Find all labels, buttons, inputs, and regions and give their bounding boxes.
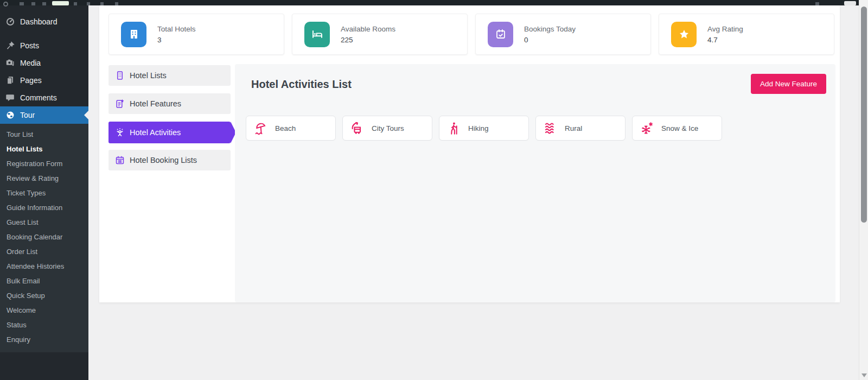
activities-row: Beach City Tours Hiking (246, 116, 722, 141)
posts-pin-icon (5, 41, 15, 50)
plugin-shortcut-icon[interactable] (74, 2, 77, 5)
submenu-item-hotel-lists[interactable]: Hotel Lists (0, 142, 88, 156)
comments-bubble-icon[interactable] (42, 2, 46, 5)
sidebar-item-label: Posts (20, 41, 39, 50)
sidebar-item-posts[interactable]: Posts (0, 37, 88, 54)
sidebar-item-pages[interactable]: Pages (0, 72, 88, 89)
media-camera-icon (5, 58, 15, 68)
plugin-tab-column: Hotel Lists Hotel Features Hotel Activit… (108, 65, 231, 178)
scrollbar-down-arrow-icon[interactable] (861, 373, 867, 377)
activity-name: City Tours (372, 124, 404, 132)
star-icon (671, 22, 697, 47)
submenu-item-welcome[interactable]: Welcome (0, 303, 88, 318)
admin-bar (0, 0, 859, 5)
sidebar-item-dashboard[interactable]: Dashboard (0, 13, 88, 30)
stat-label: Bookings Today (524, 25, 576, 33)
submenu-item-guest-list[interactable]: Guest List (0, 215, 88, 230)
celebration-icon (115, 128, 125, 137)
stat-value: 0 (524, 36, 576, 44)
sidebar-item-media[interactable]: Media (0, 54, 88, 72)
tour-submenu: Tour List Hotel Lists Registration Form … (0, 124, 88, 352)
tab-hotel-booking-lists[interactable]: Hotel Booking Lists (108, 150, 231, 170)
search-icon[interactable] (815, 2, 819, 5)
menu-separator (0, 30, 88, 37)
sidebar-item-comments[interactable]: Comments (0, 89, 88, 106)
submenu-item-bulk-email[interactable]: Bulk Email (0, 274, 88, 288)
activity-card-rural[interactable]: Rural (535, 116, 626, 141)
activity-name: Hiking (468, 124, 489, 132)
stat-label: Avg Rating (707, 25, 743, 33)
tab-hotel-lists[interactable]: Hotel Lists (108, 65, 231, 86)
pages-icon (5, 75, 15, 85)
dashboard-icon (5, 17, 15, 27)
plugin-shortcut-icon[interactable] (100, 2, 104, 5)
wp-admin-sidebar: Dashboard Posts Media Pages (0, 5, 88, 380)
account-icon[interactable] (844, 1, 856, 5)
submenu-item-order-list[interactable]: Order List (0, 244, 88, 259)
activity-name: Rural (565, 124, 582, 132)
calendar-grid-icon (115, 155, 125, 165)
submenu-item-tour-list[interactable]: Tour List (0, 127, 88, 142)
activity-card-beach[interactable]: Beach (246, 116, 336, 141)
submenu-item-quick-setup[interactable]: Quick Setup (0, 288, 88, 303)
sidebar-item-label: Dashboard (20, 17, 58, 26)
tab-hotel-activities[interactable]: Hotel Activities (108, 122, 231, 143)
add-new-feature-button[interactable]: Add New Feature (751, 74, 826, 94)
sidebar-item-tour[interactable]: Tour (0, 106, 88, 124)
stat-value: 225 (341, 36, 395, 44)
submenu-item-status[interactable]: Status (0, 318, 88, 332)
activity-card-hiking[interactable]: Hiking (439, 116, 529, 141)
submenu-item-registration-form[interactable]: Registration Form (0, 156, 88, 171)
plugin-shortcut-icon[interactable] (87, 2, 90, 5)
hotel-admin-screen: Dashboard Posts Media Pages (0, 0, 868, 380)
calendar-check-icon (488, 22, 513, 47)
panel-title: Hotel Activities List (251, 78, 352, 91)
hotel-building-icon (121, 22, 146, 47)
submenu-item-ticket-types[interactable]: Ticket Types (0, 186, 88, 200)
hotel-activities-panel: Hotel Activities List Add New Feature Be… (235, 64, 835, 302)
tab-hotel-features[interactable]: Hotel Features (108, 93, 231, 114)
page-scrollbar[interactable] (859, 0, 868, 380)
plugin-shortcut-icon[interactable] (115, 2, 118, 5)
globe-icon (5, 110, 15, 120)
stat-card-avg-rating: Avg Rating 4.7 (659, 14, 834, 55)
building-icon (115, 71, 125, 80)
activity-name: Beach (275, 124, 296, 132)
submenu-item-enquiry[interactable]: Enquiry (0, 332, 88, 347)
stat-card-bookings-today: Bookings Today 0 (475, 14, 651, 55)
tab-label: Hotel Lists (130, 71, 167, 80)
activity-name: Snow & Ice (661, 124, 698, 132)
activity-card-snow-ice[interactable]: Snow & Ice (632, 116, 722, 141)
tab-label: Hotel Booking Lists (130, 156, 197, 164)
submenu-item-review-rating[interactable]: Review & Rating (0, 171, 88, 186)
stats-row: Total Hotels 3 Available Rooms 225 Boo (108, 14, 834, 55)
stat-value: 4.7 (707, 36, 743, 44)
new-content-pill[interactable] (52, 1, 69, 5)
stat-card-available-rooms: Available Rooms 225 (292, 14, 468, 55)
comments-bubble-icon (5, 93, 15, 103)
bed-icon (304, 22, 330, 47)
tab-label: Hotel Activities (130, 128, 181, 137)
updates-icon[interactable] (31, 2, 35, 5)
wordpress-logo-icon[interactable] (3, 2, 8, 7)
hiking-person-icon (446, 121, 461, 136)
stat-value: 3 (157, 36, 196, 44)
sidebar-item-label: Pages (20, 76, 42, 85)
beach-umbrella-icon (253, 121, 268, 136)
stat-card-total-hotels: Total Hotels 3 (108, 14, 284, 55)
submenu-item-attendee-histories[interactable]: Attendee Histories (0, 259, 88, 274)
submenu-item-guide-information[interactable]: Guide Information (0, 200, 88, 215)
activity-card-city-tours[interactable]: City Tours (342, 116, 432, 141)
tab-label: Hotel Features (130, 99, 181, 108)
stat-label: Available Rooms (341, 25, 395, 33)
scrollbar-thumb[interactable] (861, 7, 867, 223)
sidebar-item-label: Tour (20, 111, 35, 119)
sidebar-item-label: Media (20, 59, 41, 67)
rural-waves-icon (543, 121, 558, 136)
snowflake-icon (640, 121, 654, 136)
stat-label: Total Hotels (157, 25, 196, 33)
sidebar-item-label: Comments (20, 93, 57, 102)
plugin-content-wrapper: Total Hotels 3 Available Rooms 225 Boo (99, 5, 840, 302)
site-home-icon[interactable] (20, 2, 24, 5)
submenu-item-booking-calendar[interactable]: Booking Calendar (0, 230, 88, 244)
